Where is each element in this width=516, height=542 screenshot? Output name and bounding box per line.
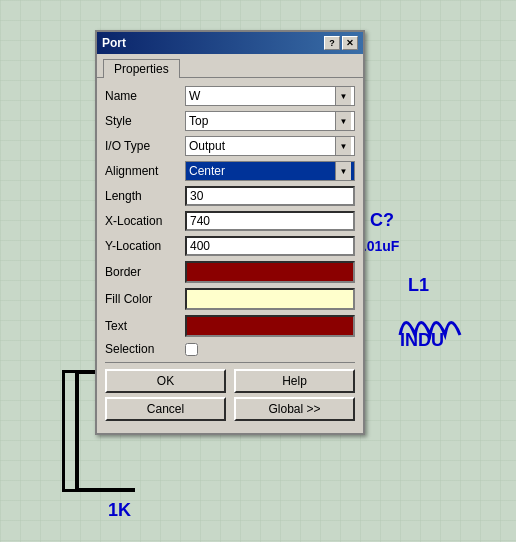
close-button[interactable]: ✕ [342, 36, 358, 50]
cancel-button[interactable]: Cancel [105, 397, 226, 421]
io-type-value: Output [189, 139, 335, 153]
component-box [62, 370, 78, 492]
ok-button[interactable]: OK [105, 369, 226, 393]
field-alignment-row: Alignment Center ▼ [105, 161, 355, 181]
buttons-row-2: Cancel Global >> [105, 397, 355, 421]
style-label: Style [105, 114, 185, 128]
title-bar-buttons: ? ✕ [324, 36, 358, 50]
style-value: Top [189, 114, 335, 128]
wire-horizontal-bottom [75, 488, 135, 492]
fill-color-control [185, 288, 355, 310]
border-label: Border [105, 265, 185, 279]
io-type-dropdown-arrow[interactable]: ▼ [335, 137, 351, 155]
alignment-label: Alignment [105, 164, 185, 178]
schematic-l1-label: L1 [408, 275, 429, 296]
dialog-title: Port [102, 36, 126, 50]
selection-checkbox[interactable] [185, 343, 198, 356]
tab-bar: Properties [97, 54, 363, 77]
io-type-label: I/O Type [105, 139, 185, 153]
alignment-dropdown[interactable]: Center ▼ [185, 161, 355, 181]
field-x-location-row: X-Location [105, 211, 355, 231]
schematic-resistor-value: 1K [108, 500, 131, 521]
y-location-input[interactable] [185, 236, 355, 256]
border-color-swatch[interactable] [185, 261, 355, 283]
alignment-value: Center [189, 164, 335, 178]
field-selection-row: Selection [105, 342, 355, 356]
text-color-swatch[interactable] [185, 315, 355, 337]
title-bar: Port ? ✕ [97, 32, 363, 54]
field-style-row: Style Top ▼ [105, 111, 355, 131]
length-control [185, 186, 355, 206]
fill-color-swatch[interactable] [185, 288, 355, 310]
field-fill-color-row: Fill Color [105, 288, 355, 310]
selection-label: Selection [105, 342, 185, 356]
inductor-arcs [395, 305, 475, 348]
port-dialog: Port ? ✕ Properties Name W ▼ Style To [95, 30, 365, 435]
alignment-control: Center ▼ [185, 161, 355, 181]
global-button[interactable]: Global >> [234, 397, 355, 421]
schematic-c-label: C? [370, 210, 394, 231]
name-control: W ▼ [185, 86, 355, 106]
style-dropdown[interactable]: Top ▼ [185, 111, 355, 131]
field-border-row: Border [105, 261, 355, 283]
length-label: Length [105, 189, 185, 203]
text-label: Text [105, 319, 185, 333]
name-dropdown-arrow[interactable]: ▼ [335, 87, 351, 105]
field-name-row: Name W ▼ [105, 86, 355, 106]
field-io-type-row: I/O Type Output ▼ [105, 136, 355, 156]
name-label: Name [105, 89, 185, 103]
length-input[interactable] [185, 186, 355, 206]
alignment-dropdown-arrow[interactable]: ▼ [335, 162, 351, 180]
style-dropdown-arrow[interactable]: ▼ [335, 112, 351, 130]
x-location-input[interactable] [185, 211, 355, 231]
field-y-location-row: Y-Location [105, 236, 355, 256]
y-location-label: Y-Location [105, 239, 185, 253]
tab-properties[interactable]: Properties [103, 59, 180, 78]
name-dropdown[interactable]: W ▼ [185, 86, 355, 106]
io-type-dropdown[interactable]: Output ▼ [185, 136, 355, 156]
help-button-title[interactable]: ? [324, 36, 340, 50]
style-control: Top ▼ [185, 111, 355, 131]
y-location-control [185, 236, 355, 256]
divider [105, 362, 355, 363]
field-text-row: Text [105, 315, 355, 337]
field-length-row: Length [105, 186, 355, 206]
name-value: W [189, 89, 335, 103]
io-type-control: Output ▼ [185, 136, 355, 156]
x-location-control [185, 211, 355, 231]
x-location-label: X-Location [105, 214, 185, 228]
selection-control [185, 343, 355, 356]
help-button[interactable]: Help [234, 369, 355, 393]
border-control [185, 261, 355, 283]
text-control [185, 315, 355, 337]
buttons-row-1: OK Help [105, 369, 355, 393]
dialog-content: Name W ▼ Style Top ▼ I/O Type [97, 77, 363, 433]
fill-color-label: Fill Color [105, 292, 185, 306]
